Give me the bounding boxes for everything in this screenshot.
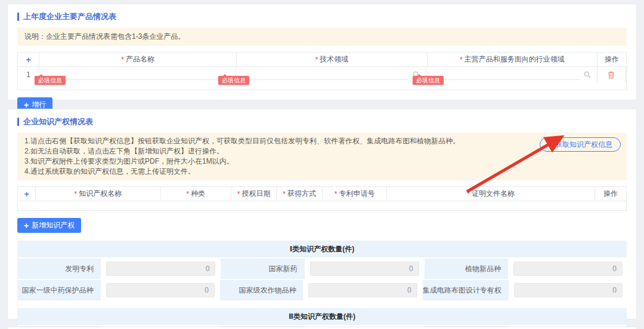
required-mark: * xyxy=(283,190,286,198)
tech-field-input[interactable] xyxy=(242,69,408,80)
invention-patent-count: 0 xyxy=(106,262,215,276)
section-title-bar xyxy=(17,13,19,21)
products-table-header: + * 产品名称 * 技术领域 * 主营产品和服务面向的行业领域 操作 xyxy=(18,53,626,67)
industry-field-input[interactable] xyxy=(432,69,580,80)
ip-note-line: 3.知识产权附件上传要求类型为图片或PDF，附件大小在1M以内。 xyxy=(24,156,620,167)
ip-patent-no-header: * 专利申请号 xyxy=(323,187,387,201)
required-mark: * xyxy=(74,190,77,198)
invention-patent-cell: 0 xyxy=(102,259,221,279)
products-note: 说明：企业主要产品情况表需包含1-3条企业产品。 xyxy=(17,27,627,46)
ip-notes: 1.请点击右侧【获取知识产权信息】按钮获取企业知识产权，可获取类型目前仅包括发明… xyxy=(17,133,627,180)
ip-note-line: 1.请点击右侧【获取知识产权信息】按钮获取企业知识产权，可获取类型目前仅包括发明… xyxy=(24,136,620,146)
required-mark: * xyxy=(121,56,124,64)
class2-ip-count-block: Ⅱ类知识产权数量(件) 外观设计 0 实用新型 0 软件著作权 0 xyxy=(17,308,627,329)
ip-note-line: 2.如无法自动获取，请点击左下角【新增知识产权】进行操作。 xyxy=(24,146,620,156)
product-name-header: * 产品名称 xyxy=(39,53,237,66)
required-mark: * xyxy=(237,190,240,198)
tech-field-cell xyxy=(236,67,426,82)
ic-layout-design-cell: 0 xyxy=(510,280,627,300)
industry-field-cell xyxy=(426,67,597,82)
ip-section-title: 企业知识产权情况表 xyxy=(17,116,627,127)
products-section-title: 上年度企业主要产品情况表 xyxy=(17,11,627,22)
search-icon[interactable] xyxy=(584,71,591,78)
plus-icon[interactable]: + xyxy=(24,190,29,198)
ip-section-title-text: 企业知识产权情况表 xyxy=(23,116,93,127)
tech-field-header: * 技术领域 xyxy=(237,53,428,66)
invention-patent-label: 发明专利 xyxy=(17,259,102,279)
products-section-card: 上年度企业主要产品情况表 说明：企业主要产品情况表需包含1-3条企业产品。 + … xyxy=(7,4,637,100)
products-table: + * 产品名称 * 技术领域 * 主营产品和服务面向的行业领域 操作 1 xyxy=(17,52,627,90)
add-column-header: + xyxy=(18,53,39,66)
ip-table-header: + * 知识产权名称 * 种类 * 授权日期 * 获得方式 * 专利申请号 xyxy=(18,187,626,201)
add-ip-button[interactable]: + 新增知识产权 xyxy=(17,218,81,233)
table-footer-spacer xyxy=(18,82,626,90)
next-section-card-edge xyxy=(7,327,637,329)
required-mark: * xyxy=(467,190,470,198)
operation-header: 操作 xyxy=(595,187,626,201)
ic-layout-design-label: 集成电路布图设计专有权 xyxy=(423,280,510,300)
ip-auth-date-header: * 授权日期 xyxy=(231,187,277,201)
tcm-protection-label: 国家一级中药保护品种 xyxy=(17,280,102,300)
required-mark: * xyxy=(315,56,318,64)
industry-field-header: * 主营产品和服务面向的行业领域 xyxy=(428,53,597,66)
ip-section-card: 企业知识产权情况表 1.请点击右侧【获取知识产权信息】按钮获取企业知识产权，可获… xyxy=(7,109,637,319)
products-section-title-text: 上年度企业主要产品情况表 xyxy=(23,11,116,22)
national-new-drug-label: 国家新药 xyxy=(221,259,305,279)
count-row: 发明专利 0 国家新药 0 植物新品种 0 xyxy=(17,259,627,280)
fetch-ip-info-button[interactable]: + 获取知识产权信息 xyxy=(540,137,621,152)
ic-layout-design-count: 0 xyxy=(514,283,623,297)
new-plant-variety-cell: 0 xyxy=(509,259,627,279)
required-mark: * xyxy=(335,190,338,198)
product-table-row: 1 必填信息 必填信息 xyxy=(18,67,626,82)
required-mark: * xyxy=(460,56,463,64)
tcm-protection-count: 0 xyxy=(106,283,215,297)
ip-cert-header: * 证明文件名称 xyxy=(387,187,595,201)
required-mark: * xyxy=(186,190,189,198)
plus-icon[interactable]: + xyxy=(26,56,30,64)
plus-icon: + xyxy=(24,222,29,230)
ip-table-empty-area xyxy=(18,201,626,210)
new-plant-variety-count: 0 xyxy=(513,262,623,276)
class2-title: Ⅱ类知识产权数量(件) xyxy=(17,308,627,326)
ip-method-header: * 获得方式 xyxy=(277,187,323,201)
product-name-input[interactable] xyxy=(45,69,230,80)
national-new-drug-cell: 0 xyxy=(306,259,425,279)
add-column-header: + xyxy=(18,187,36,201)
section-title-bar xyxy=(17,118,19,126)
operation-header: 操作 xyxy=(597,53,626,66)
national-new-drug-count: 0 xyxy=(310,262,419,276)
class1-title: Ⅰ类知识产权数量(件) xyxy=(17,241,627,259)
plus-icon: + xyxy=(548,140,553,149)
ip-note-line: 4.通过系统获取的知识产权信息，无需上传证明文件。 xyxy=(24,167,620,177)
required-badge: 必填信息 xyxy=(218,76,249,85)
national-crop-variety-count: 0 xyxy=(308,283,417,297)
plus-icon: + xyxy=(24,101,29,109)
ip-name-header: * 知识产权名称 xyxy=(36,187,161,201)
required-badge: 必填信息 xyxy=(35,76,66,85)
ip-kind-header: * 种类 xyxy=(161,187,231,201)
tcm-protection-cell: 0 xyxy=(102,280,220,300)
trash-icon[interactable] xyxy=(608,71,615,79)
product-name-cell xyxy=(39,67,236,82)
ip-table: + * 知识产权名称 * 种类 * 授权日期 * 获得方式 * 专利申请号 xyxy=(17,186,627,211)
count-row: 国家一级中药保护品种 0 国家级农作物品种 0 集成电路布图设计专有权 0 xyxy=(17,280,627,300)
national-crop-variety-label: 国家级农作物品种 xyxy=(220,280,305,300)
required-badge: 必填信息 xyxy=(413,76,444,85)
new-plant-variety-label: 植物新品种 xyxy=(425,259,509,279)
class1-ip-count-block: Ⅰ类知识产权数量(件) 发明专利 0 国家新药 0 植物新品种 0 国家一级中药… xyxy=(17,241,627,300)
operation-cell xyxy=(597,67,626,82)
national-crop-variety-cell: 0 xyxy=(304,280,422,300)
